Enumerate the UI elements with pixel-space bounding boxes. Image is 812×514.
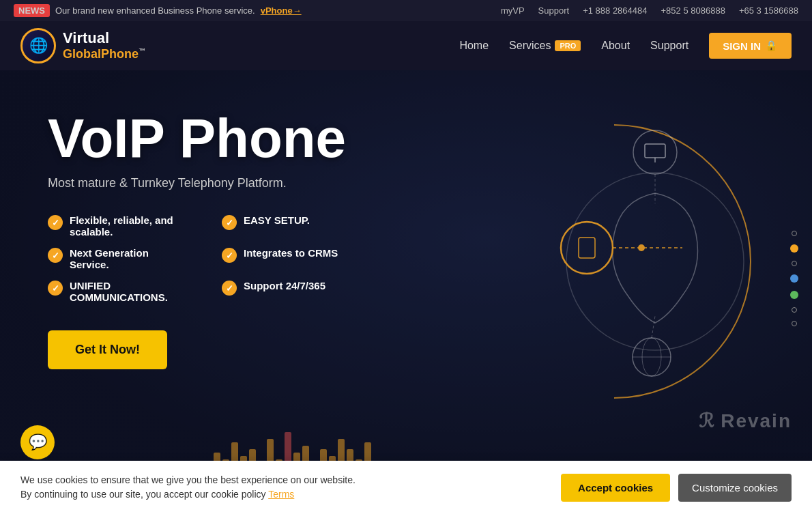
terms-link[interactable]: Terms xyxy=(268,489,294,500)
check-icon-1: ✓ xyxy=(48,215,63,230)
news-badge: news xyxy=(14,4,50,17)
logo-brand-bottom: GlobalPhone™ xyxy=(63,47,145,62)
signin-button[interactable]: SIGN IN 🔒 xyxy=(709,33,792,59)
top-bar-left: news Our brand new enhanced Business Pho… xyxy=(14,4,302,17)
feature-4-text: Integrates to CRMS xyxy=(244,247,338,259)
check-icon-2: ✓ xyxy=(222,215,237,230)
dot-green xyxy=(790,291,798,299)
phone-hk[interactable]: +852 5 8086888 xyxy=(661,5,725,16)
dot-3 xyxy=(792,307,797,313)
cookie-buttons: Accept cookies Customize cookies xyxy=(561,474,792,502)
check-icon-6: ✓ xyxy=(222,281,237,296)
chat-icon: 💬 xyxy=(29,433,47,451)
svg-point-4 xyxy=(638,244,645,251)
chat-button[interactable]: 💬 xyxy=(20,425,55,459)
phone-sg[interactable]: +65 3 1586688 xyxy=(739,5,798,16)
cta-button[interactable]: Get It Now! xyxy=(48,330,167,369)
svg-line-12 xyxy=(652,316,655,338)
feature-6-text: Support 24/7/365 xyxy=(244,280,325,291)
dot-4 xyxy=(792,321,797,326)
feature-2-text: EASY SETUP. xyxy=(244,214,310,226)
lock-icon: 🔒 xyxy=(765,40,778,52)
nav-home[interactable]: Home xyxy=(459,40,489,52)
feature-3-text: Next Generation Service. xyxy=(70,247,188,270)
cookie-message: We use cookies to ensure that we give yo… xyxy=(20,474,356,500)
feature-5-text: UNIFIED COMMUNICATIONS. xyxy=(70,280,188,303)
svg-rect-2 xyxy=(579,238,595,258)
feature-3: ✓ Next Generation Service. xyxy=(48,247,188,270)
nav-support[interactable]: Support xyxy=(650,40,688,52)
hero-title: VoIP Phone xyxy=(48,111,362,166)
check-icon-5: ✓ xyxy=(48,281,63,296)
cookie-bar: We use cookies to ensure that we give yo… xyxy=(0,461,812,514)
svg-point-5 xyxy=(633,130,677,174)
accept-cookies-button[interactable]: Accept cookies xyxy=(561,474,670,502)
nav-services[interactable]: Services PRO xyxy=(509,40,581,52)
logo-brand-top: Virtual xyxy=(63,29,145,47)
hero-features: ✓ Flexible, reliable, and scalable. ✓ EA… xyxy=(48,214,362,303)
support-toplink[interactable]: Support xyxy=(538,5,570,16)
logo-icon: 🌐 xyxy=(20,28,56,63)
navbar: 🌐 Virtual GlobalPhone™ Home Services PRO… xyxy=(0,21,812,70)
hero-section: VoIP Phone Most mature & Turnkey Telepho… xyxy=(0,70,812,487)
check-icon-3: ✓ xyxy=(48,248,63,263)
hero-content: VoIP Phone Most mature & Turnkey Telepho… xyxy=(0,70,409,397)
check-icon-4: ✓ xyxy=(222,248,237,263)
pro-badge: PRO xyxy=(555,40,581,51)
nav-services-label: Services xyxy=(509,40,551,52)
top-bar: news Our brand new enhanced Business Pho… xyxy=(0,0,812,21)
vphone-link[interactable]: vPhone→ xyxy=(261,5,302,16)
logo[interactable]: 🌐 Virtual GlobalPhone™ xyxy=(20,28,145,63)
dot-orange xyxy=(790,244,798,253)
dot-1 xyxy=(792,231,797,236)
announcement-text: Our brand new enhanced Business Phone se… xyxy=(55,5,255,16)
cookie-text: We use cookies to ensure that we give yo… xyxy=(20,473,356,502)
feature-1: ✓ Flexible, reliable, and scalable. xyxy=(48,214,188,238)
top-bar-right: myVP Support +1 888 2864484 +852 5 80868… xyxy=(501,5,798,16)
nav-about[interactable]: About xyxy=(601,40,630,52)
svg-point-1 xyxy=(561,222,613,274)
dot-2 xyxy=(792,261,797,266)
hero-subtitle: Most mature & Turnkey Telephony Platform… xyxy=(48,176,362,190)
side-decoration-dots xyxy=(790,231,798,326)
feature-2: ✓ EASY SETUP. xyxy=(222,214,362,238)
feature-1-text: Flexible, reliable, and scalable. xyxy=(70,214,188,238)
feature-5: ✓ UNIFIED COMMUNICATIONS. xyxy=(48,280,188,303)
myvp-link[interactable]: myVP xyxy=(501,5,525,16)
phone-us[interactable]: +1 888 2864484 xyxy=(583,5,647,16)
signin-label: SIGN IN xyxy=(723,40,761,52)
tech-graphic xyxy=(450,84,778,425)
customize-cookies-button[interactable]: Customize cookies xyxy=(678,474,792,502)
revain-watermark: ℛ Revain xyxy=(699,410,792,432)
dot-blue xyxy=(790,274,798,283)
svg-rect-6 xyxy=(645,144,665,158)
feature-4: ✓ Integrates to CRMS xyxy=(222,247,362,270)
nav-links: Home Services PRO About Support SIGN IN … xyxy=(459,33,792,59)
feature-6: ✓ Support 24/7/365 xyxy=(222,280,362,303)
